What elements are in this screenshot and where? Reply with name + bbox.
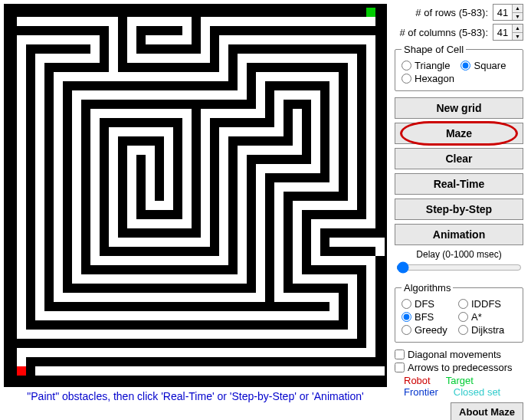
cols-down-icon[interactable]: ▼ bbox=[513, 33, 523, 41]
new-grid-button[interactable]: New grid bbox=[395, 97, 523, 119]
legend-closed: Closed set bbox=[454, 386, 500, 398]
real-time-button[interactable]: Real-Time bbox=[395, 173, 523, 195]
diagonal-check[interactable]: Diagonal movements bbox=[395, 349, 523, 360]
delay-slider[interactable] bbox=[396, 261, 522, 274]
about-maze-button[interactable]: About Maze bbox=[451, 402, 523, 420]
cols-spinner[interactable]: ▲ ▼ bbox=[493, 24, 523, 41]
maze-button[interactable]: Maze bbox=[395, 123, 523, 144]
shape-fieldset: Shape of Cell Triangle Square Hexagon bbox=[395, 44, 523, 91]
legend-robot: Robot bbox=[404, 375, 431, 386]
delay-label: Delay (0-1000 msec) bbox=[395, 249, 523, 260]
rows-label: # of rows (5-83): bbox=[415, 7, 488, 18]
algo-greedy[interactable]: Greedy bbox=[402, 324, 447, 336]
legend-frontier: Frontier bbox=[404, 386, 438, 398]
cols-label: # of columns (5-83): bbox=[399, 27, 488, 38]
arrows-check[interactable]: Arrows to predecessors bbox=[395, 362, 523, 373]
rows-up-icon[interactable]: ▲ bbox=[513, 5, 523, 13]
clear-button[interactable]: Clear bbox=[395, 148, 523, 169]
algorithms-fieldset: Algorithms DFS IDDFS BFS A* bbox=[395, 282, 523, 343]
rows-input[interactable] bbox=[493, 5, 512, 20]
step-by-step-button[interactable]: Step-by-Step bbox=[395, 199, 523, 220]
shape-legend: Shape of Cell bbox=[402, 44, 466, 55]
algo-bfs[interactable]: BFS bbox=[402, 311, 447, 323]
shape-hexagon[interactable]: Hexagon bbox=[402, 73, 454, 84]
shape-square[interactable]: Square bbox=[461, 60, 506, 71]
algo-iddfs[interactable]: IDDFS bbox=[458, 298, 501, 310]
algorithms-legend: Algorithms bbox=[402, 282, 453, 294]
algo-dijkstra[interactable]: Dijkstra bbox=[458, 324, 504, 336]
shape-triangle[interactable]: Triangle bbox=[402, 60, 450, 71]
maze-canvas[interactable] bbox=[4, 4, 387, 387]
legend-target: Target bbox=[446, 375, 474, 386]
cols-input[interactable] bbox=[493, 25, 512, 40]
algo-dfs[interactable]: DFS bbox=[402, 298, 447, 310]
algo-astar[interactable]: A* bbox=[458, 311, 482, 323]
status-text: "Paint" obstacles, then click 'Real-Time… bbox=[4, 387, 387, 402]
rows-spinner[interactable]: ▲ ▼ bbox=[493, 4, 523, 21]
rows-down-icon[interactable]: ▼ bbox=[513, 13, 523, 21]
cols-up-icon[interactable]: ▲ bbox=[513, 25, 523, 33]
animation-button[interactable]: Animation bbox=[395, 224, 523, 245]
